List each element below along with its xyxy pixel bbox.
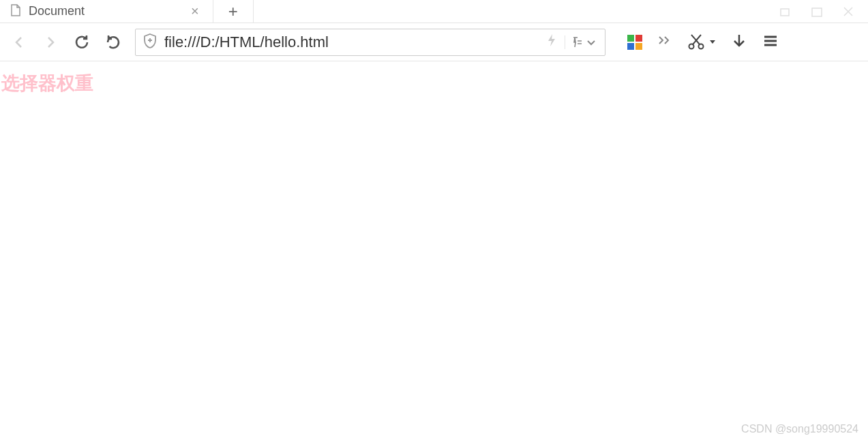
- browser-tab[interactable]: Document ×: [0, 0, 213, 23]
- svg-point-2: [689, 44, 694, 48]
- download-button[interactable]: [731, 33, 747, 52]
- reload-button[interactable]: [72, 33, 91, 52]
- page-icon: [10, 3, 22, 20]
- forward-button[interactable]: [41, 33, 60, 52]
- bolt-icon[interactable]: [547, 33, 556, 51]
- dropdown-caret-icon[interactable]: [709, 40, 716, 45]
- undo-icon: [104, 33, 122, 51]
- navigation-bar: [0, 23, 868, 61]
- watermark: CSDN @song19990524: [741, 423, 858, 435]
- toolbar-right: [627, 33, 779, 52]
- menu-icon: [762, 33, 779, 48]
- microsoft-logo-icon[interactable]: [627, 35, 642, 50]
- svg-point-3: [699, 44, 704, 48]
- shield-icon[interactable]: [143, 33, 158, 52]
- scissors-tool[interactable]: [687, 33, 716, 51]
- content-heading: 选择器权重: [1, 71, 867, 96]
- scissors-icon: [687, 33, 705, 51]
- svg-rect-1: [812, 8, 822, 16]
- back-icon: [12, 35, 27, 50]
- window-controls: [779, 5, 868, 18]
- tab-title: Document: [29, 4, 85, 18]
- menu-button[interactable]: [762, 33, 779, 51]
- window-minimize-icon[interactable]: [779, 5, 792, 18]
- url-dropdown[interactable]: [565, 35, 598, 49]
- forward-icon: [43, 35, 58, 50]
- svg-rect-0: [781, 9, 789, 16]
- window-close-icon[interactable]: [842, 5, 854, 18]
- window-maximize-icon[interactable]: [811, 5, 823, 18]
- close-icon[interactable]: ×: [187, 3, 203, 19]
- url-input[interactable]: [164, 33, 540, 51]
- more-icon[interactable]: [657, 35, 672, 49]
- funnel-icon: [572, 35, 583, 49]
- back-button[interactable]: [10, 33, 29, 52]
- tab-bar: Document × +: [0, 0, 868, 23]
- url-bar-right: [547, 33, 598, 51]
- address-bar[interactable]: [135, 29, 605, 56]
- undo-button[interactable]: [104, 33, 123, 52]
- plus-icon: +: [228, 2, 238, 21]
- download-icon: [731, 33, 747, 49]
- reload-icon: [73, 33, 91, 51]
- new-tab-button[interactable]: +: [213, 0, 254, 23]
- page-content: 选择器权重: [0, 61, 868, 105]
- chevron-down-icon: [584, 35, 598, 49]
